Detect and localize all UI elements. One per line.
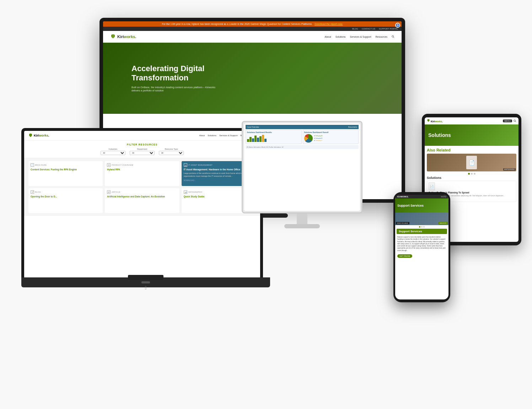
iphone-news-image: NEWS RELEASE INDUSTRY — [395, 213, 448, 225]
imac-docs-label: Documents — [348, 126, 357, 128]
bar-8 — [264, 139, 267, 142]
resource-type-brochure: 📄 BROCHURE — [31, 163, 101, 167]
brochure-title: Content Services: Fueling the RPA Engine — [31, 168, 101, 171]
svg-line-5 — [515, 121, 516, 122]
laptop-menu-about[interactable]: About — [199, 134, 205, 137]
product-icon: ⚙ — [107, 163, 111, 167]
industry-badge: INDUSTRY — [439, 222, 448, 224]
pie-legend: ● Category A ● Category B ● Category C — [314, 135, 323, 142]
imac-bar-chart-panel: Solutions Dashboard Results — [246, 130, 302, 144]
ipad-hero: Solutions — [425, 124, 518, 146]
resource-card-blog[interactable]: 📝 BLOG Opening the Door to D... — [28, 188, 103, 213]
imac-bar-chart-title: Solutions Dashboard Results — [247, 131, 300, 133]
ipad-solutions-label: Solutions — [427, 176, 516, 180]
ipad-dot-3[interactable] — [474, 173, 475, 175]
hero-subtitle: Built on OnBase, the industry's leading … — [131, 86, 217, 93]
ipad-dots — [427, 173, 516, 175]
topbar-link[interactable]: Download the report now. — [315, 23, 343, 25]
brochure-icon: 📄 — [31, 163, 34, 167]
infographic-label: INFOGRAPHIC — [188, 191, 203, 193]
bar-4 — [254, 136, 257, 142]
resource-card-brochure[interactable]: 📄 BROCHURE Content Services: Fueling the… — [28, 161, 103, 186]
ipad-menu-button[interactable]: MENU — [503, 119, 512, 122]
laptop: Kiriworks. About Solutions Services & Su… — [21, 128, 270, 306]
apple-logo-icon:  — [141, 284, 150, 291]
laptop-brand — [141, 281, 150, 283]
imac-screen: Case Overview Documents Solutions Dashbo… — [244, 123, 360, 211]
ipad-dot-1[interactable] — [468, 173, 470, 175]
iphone-screen: KiriWORKS. MORE Support Services NEWS RE… — [395, 195, 448, 299]
iphone-cta-button[interactable]: GET ONLINE — [397, 254, 412, 258]
infographic-icon: 📊 — [184, 190, 187, 194]
ipad-logo[interactable]: Kiriworks. — [427, 119, 443, 123]
iphone-more-btn[interactable]: MORE — [441, 196, 446, 198]
iphone-body-text: Reduce support's more into better parts … — [397, 236, 446, 252]
iphone-support-label: Support Services — [397, 229, 447, 234]
logo-text: Kiriworks. — [117, 34, 136, 39]
blog-label: BLOG — [35, 191, 41, 193]
imac-base — [284, 224, 320, 228]
bar-2 — [249, 137, 252, 142]
laptop-menu-services[interactable]: Services & Support — [219, 134, 237, 137]
product-title: Hyland RPA — [107, 168, 177, 171]
it-icon: 💻 — [184, 163, 187, 167]
whitepaper-icon: 📄 — [429, 182, 435, 190]
menu-about[interactable]: About — [325, 36, 331, 38]
imac: Case Overview Documents Solutions Dashbo… — [242, 121, 362, 228]
iphone-dot-2[interactable] — [421, 226, 423, 228]
desktop-logo-nav: Kiriworks. About Solutions Services & Su… — [103, 31, 402, 43]
resource-type-product: ⚙ PRODUCT OVERVIEW — [107, 163, 177, 167]
search-icon[interactable] — [392, 35, 394, 38]
filter-department: Department All — [130, 148, 155, 155]
iphone-hero: Support Services — [395, 198, 448, 213]
article-icon: 📰 — [107, 190, 111, 194]
resource-card-product[interactable]: ⚙ PRODUCT OVERVIEW Hyland RPA — [105, 161, 179, 186]
iphone-body: Reduce support's more into better parts … — [395, 235, 448, 259]
imac-case-label: Case Overview — [247, 126, 259, 128]
hero-title: Accelerating Digital Transformation — [131, 64, 217, 83]
desktop-main-menu: About Solutions Services & Support Resou… — [325, 35, 394, 38]
resource-card-article[interactable]: 📰 ARTICLE Artificial Intelligence and Da… — [105, 188, 179, 213]
desktop-hero: Accelerating Digital Transformation Buil… — [103, 43, 402, 114]
nav-contact[interactable]: CONTACT US — [362, 28, 375, 30]
resource-type-blog: 📝 BLOG — [31, 190, 101, 194]
nav-blog[interactable]: BLOG — [352, 28, 358, 30]
iphone-logo[interactable]: KiriWORKS. — [397, 196, 409, 198]
desktop-logo[interactable]: Kiriworks. — [110, 34, 136, 39]
filter-dept-select[interactable]: All — [130, 151, 155, 155]
filter-title: FILTER RESOURCES — [28, 143, 256, 146]
filter-type-label: Resource Type — [165, 148, 178, 150]
ipad-hero-title: Solutions — [428, 132, 451, 138]
laptop-menu-solutions[interactable]: Solutions — [208, 134, 216, 137]
imac-screen-outer: Case Overview Documents Solutions Dashbo… — [242, 121, 362, 213]
accessibility-button[interactable]: ♿ — [395, 23, 400, 28]
bar-3 — [252, 138, 254, 142]
ipad-dot-2[interactable] — [471, 173, 473, 175]
iphone-dot-3[interactable] — [423, 226, 425, 228]
iphone-outer: KiriWORKS. MORE Support Services NEWS RE… — [393, 192, 450, 302]
article-title: Artificial Intelligence and Data Capture… — [107, 195, 177, 198]
menu-resources[interactable]: Resources — [376, 36, 387, 38]
laptop-logo[interactable]: Kiriworks. — [28, 133, 49, 138]
iphone: KiriWORKS. MORE Support Services NEWS RE… — [393, 192, 450, 302]
ipad-search-icon[interactable] — [514, 119, 516, 122]
menu-solutions[interactable]: Solutions — [335, 36, 346, 38]
whitepaper-badge: WHITEPAPER — [503, 168, 516, 171]
filter-industries: Industries All — [101, 148, 125, 155]
filter-type-select[interactable]: All — [159, 151, 184, 155]
filter-dept-label: Department — [137, 148, 147, 150]
resource-grid: 📄 BROCHURE Content Services: Fueling the… — [24, 158, 260, 216]
filter-industries-select[interactable]: All — [101, 151, 125, 155]
bar-6 — [259, 136, 262, 142]
filter-industries-label: Industries — [109, 148, 117, 150]
imac-charts-row: Solutions Dashboard Results — [246, 130, 359, 144]
iphone-dot-1[interactable] — [419, 226, 420, 228]
hero-text: Accelerating Digital Transformation Buil… — [131, 64, 217, 92]
scene: For the 11th year in a row, Hyland has b… — [0, 0, 532, 409]
blog-icon: 📝 — [31, 190, 34, 194]
ipad-thumbnail: 📄 WHITEPAPER — [427, 154, 516, 171]
imac-info-row: 28 | Action Information: Block | 10 | Fu… — [246, 145, 359, 149]
menu-services[interactable]: Services & Support — [350, 36, 371, 38]
nav-support[interactable]: SUPPORT PORTAL — [379, 28, 398, 30]
laptop-bottom:  — [21, 277, 270, 287]
